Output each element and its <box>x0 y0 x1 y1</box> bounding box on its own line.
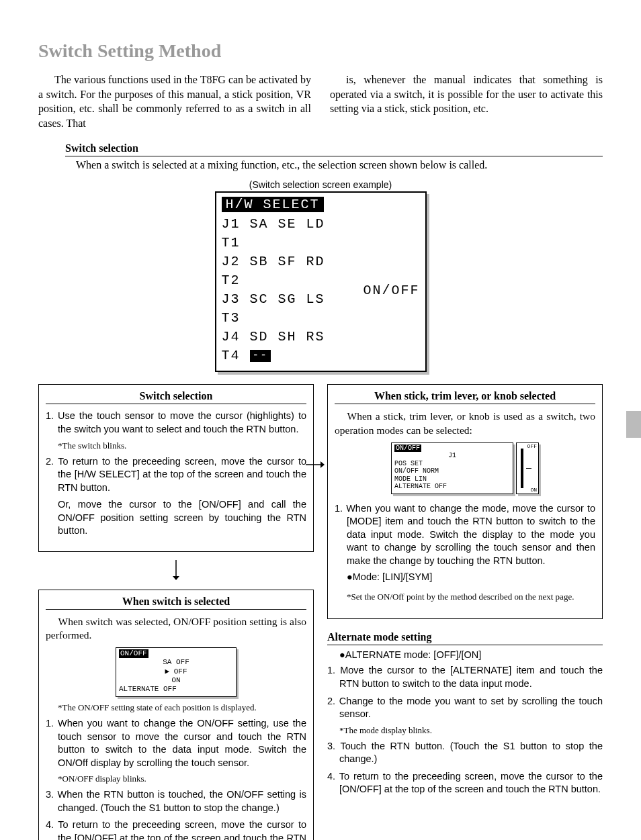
intro-left: The various functions used in the T8FG c… <box>38 73 311 130</box>
down-arrow-icon <box>38 560 314 583</box>
alternate-bullet: ●ALTERNATE mode: [OFF]/[ON] <box>339 649 603 660</box>
alternate-step4: 4. To return to the preceeding screen, m… <box>327 770 603 796</box>
graph-on-label: ON <box>530 487 537 493</box>
alternate-note: *The mode display blinks. <box>339 725 603 736</box>
two-column-area: Switch selection 1. Use the touch sensor… <box>38 384 603 840</box>
mini1-line4: ALTERNATE OFF <box>119 685 233 694</box>
box1-title: Switch selection <box>46 390 306 404</box>
graph-off-label: OFF <box>527 443 537 449</box>
box1-step2: 2. To return to the preceeding screen, m… <box>46 455 306 495</box>
mini1-line1: SA OFF <box>119 658 233 667</box>
page-edge-tab <box>626 411 641 438</box>
alternate-step3: 3. Touch the RTN button. (Touch the S1 b… <box>327 740 603 766</box>
svg-marker-1 <box>320 461 325 468</box>
mini2-line5: ALTERNATE OFF <box>394 483 510 491</box>
mini2-line4: MODE LIN <box>394 475 510 483</box>
box2-title: When switch is selected <box>46 596 306 610</box>
hw-row-3: J3 SC SG LS T3 <box>222 290 349 328</box>
box-when-switch-selected: When switch is selected When switch was … <box>38 590 314 840</box>
switch-selection-line: When a switch is selected at a mixing fu… <box>76 159 603 171</box>
mini2-line2: POS SET <box>394 460 510 468</box>
box3-step1: 1. When you want to change the mode, mov… <box>335 502 595 568</box>
intro-columns: The various functions used in the T8FG c… <box>38 73 603 130</box>
box2-note1: *The ON/OFF setting state of each positi… <box>58 702 306 713</box>
box2-note2: *ON/OFF display blinks. <box>58 774 306 784</box>
box1-note1: *The switch blinks. <box>58 440 306 451</box>
mode-mini-screen: ON/OFF J1 POS SET ON/OFF NORM MODE LIN A… <box>391 442 539 494</box>
mini2-graph: OFF ON <box>516 442 539 494</box>
alternate-step1: 1. Move the cursor to the [ALTERNATE] it… <box>327 664 603 690</box>
box-stick-trim-knob: When stick, trim lever, or knob selected… <box>327 384 603 619</box>
box2-step3: 3. When the RTN button is touched, the O… <box>46 788 306 814</box>
document-page: Switch Setting Method The various functi… <box>38 40 603 840</box>
box1-step1: 1. Use the touch sensor to move the curs… <box>46 410 306 436</box>
hw-row-2: J2 SB SF RD T2 <box>222 252 349 290</box>
svg-marker-3 <box>173 576 179 580</box>
alternate-step2: 2. Change to the mode you want to set by… <box>327 695 603 721</box>
switch-selection-heading: Switch selection <box>65 142 603 156</box>
graph-tick-icon <box>526 468 531 469</box>
hw-dash-icon: -- <box>250 350 271 362</box>
hw-select-screen: H/W SELECT J1 SA SE LD T1 J2 SB SF RD T2… <box>215 191 427 372</box>
graph-bar-icon <box>521 449 523 488</box>
page-title: Switch Setting Method <box>38 40 603 62</box>
box-switch-selection: Switch selection 1. Use the touch sensor… <box>38 384 314 552</box>
hw-row-1: J1 SA SE LD T1 <box>222 215 349 252</box>
intro-right: is, whenever the manual indicates that s… <box>330 73 603 130</box>
box3-intro: When a stick, trim lever, or knob is use… <box>335 410 595 436</box>
screen-example-caption: (Switch selection screen example) <box>38 179 603 190</box>
mini1-line3: ON <box>119 676 233 685</box>
box3-bullet: ●Mode: [LIN]/[SYM] <box>347 571 595 582</box>
alternate-heading: Alternate mode setting <box>327 631 603 645</box>
hw-screen-header: H/W SELECT <box>222 197 324 212</box>
hw-side-onoff: ON/OFF <box>363 283 419 298</box>
mini2-header: ON/OFF <box>394 445 421 452</box>
mini2-line1: J1 <box>394 452 510 460</box>
box3-note: *Set the ON/Off point by the method desc… <box>347 592 595 602</box>
mini2-line3: ON/OFF NORM <box>394 467 510 475</box>
box2-step1: 1. When you want to change the ON/OFF se… <box>46 717 306 769</box>
box3-title: When stick, trim lever, or knob selected <box>335 390 595 404</box>
mini1-header: ON/OFF <box>119 649 148 658</box>
box2-intro: When switch was selected, ON/OFF positio… <box>46 615 306 642</box>
box2-step4: 4. To return to the preceeding screen, m… <box>46 819 306 840</box>
mini1-line2: ▶ OFF <box>119 667 233 676</box>
onoff-mini-screen: ON/OFF SA OFF ▶ OFF ON ALTERNATE OFF <box>116 647 237 697</box>
box1-cont: Or, move the cursor to the [ON/OFF] and … <box>58 498 306 538</box>
hw-row-4: J4 SD SH RS T4 <box>222 329 325 363</box>
